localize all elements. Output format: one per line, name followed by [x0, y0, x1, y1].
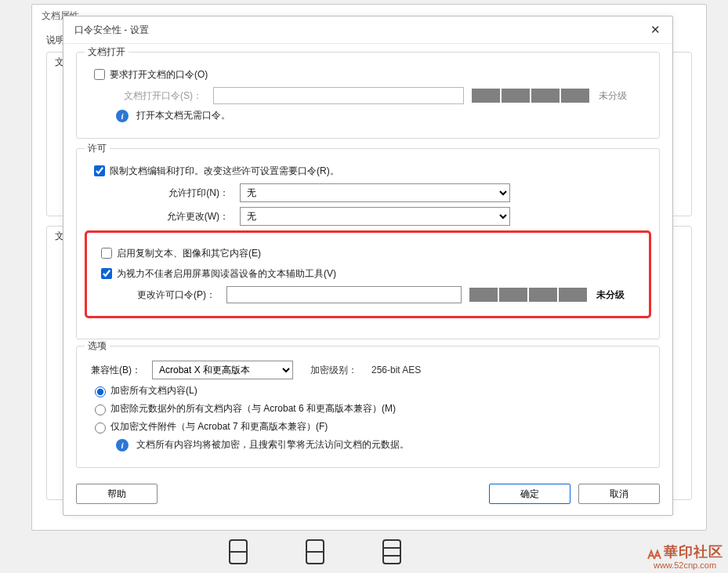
require-open-password-checkbox[interactable] — [94, 69, 105, 80]
watermark-cn: 華印社区 — [664, 545, 723, 560]
restrict-editing-label: 限制文档编辑和打印。改变这些许可设置需要口令(R)。 — [110, 165, 339, 178]
allow-change-label: 允许更改(W)： — [158, 210, 229, 223]
restrict-editing-checkbox[interactable] — [94, 165, 105, 176]
compat-label: 兼容性(B)： — [91, 364, 141, 377]
enable-copy-checkbox[interactable] — [101, 248, 112, 259]
options-info-text: 文档所有内容均将被加密，且搜索引擎将无法访问文档的元数据。 — [136, 438, 409, 452]
close-button[interactable]: ✕ — [644, 21, 666, 38]
glyph-icon — [381, 539, 403, 565]
encrypt-all-label: 加密所有文档内容(L) — [110, 384, 197, 397]
enable-copy-label: 启用复制文本、图像和其它内容(E) — [117, 247, 261, 260]
watermark: 華印社区 www.52cnp.com — [647, 545, 723, 570]
section-open-legend: 文档打开 — [85, 45, 129, 59]
encrypt-attachments-radio[interactable] — [95, 422, 106, 433]
dialog-footer: 帮助 确定 取消 — [63, 479, 672, 515]
highlighted-region: 启用复制文本、图像和其它内容(E) 为视力不佳者启用屏幕阅读器设备的文本辅助工具… — [85, 230, 651, 318]
section-perm-legend: 许可 — [85, 142, 110, 155]
open-password-label: 文档打开口令(S)： — [116, 89, 202, 103]
close-icon: ✕ — [650, 23, 661, 37]
password-security-dialog: 口令安全性 - 设置 ✕ 文档打开 要求打开文档的口令(O) 文档打开口令(S)… — [63, 16, 673, 516]
dialog-title: 口令安全性 - 设置 — [74, 24, 149, 37]
svg-rect-4 — [383, 540, 400, 564]
compatibility-select[interactable]: Acrobat X 和更高版本 — [152, 361, 293, 379]
section-opts-legend: 选项 — [85, 339, 110, 353]
info-icon: i — [116, 439, 129, 452]
allow-change-select[interactable]: 无 — [240, 207, 510, 226]
section-options: 选项 兼容性(B)： Acrobat X 和更高版本 加密级别： 256-bit… — [76, 346, 660, 468]
open-password-strength-text: 未分级 — [599, 89, 627, 103]
glyph-icon — [304, 539, 326, 565]
encryption-level-value: 256-bit AES — [371, 364, 421, 375]
titlebar: 口令安全性 - 设置 ✕ — [63, 16, 672, 44]
allow-print-select[interactable]: 无 — [240, 183, 510, 202]
section-permissions: 许可 限制文档编辑和打印。改变这些许可设置需要口令(R)。 允许打印(N)： 无… — [76, 148, 660, 339]
open-info-text: 打开本文档无需口令。 — [136, 109, 230, 122]
enable-screen-reader-checkbox[interactable] — [101, 268, 112, 279]
encryption-level-label: 加密级别： — [310, 364, 357, 377]
encrypt-all-radio[interactable] — [95, 386, 106, 397]
info-icon: i — [116, 110, 129, 122]
enable-screen-reader-label: 为视力不佳者启用屏幕阅读器设备的文本辅助工具(V) — [117, 267, 336, 281]
encrypt-except-meta-label: 加密除元数据外的所有文档内容（与 Acrobat 6 和更高版本兼容）(M) — [110, 402, 396, 415]
perm-password-strength-text: 未分级 — [596, 288, 625, 302]
encrypt-attachments-label: 仅加密文件附件（与 Acrobat 7 和更高版本兼容）(F) — [110, 420, 328, 433]
section-document-open: 文档打开 要求打开文档的口令(O) 文档打开口令(S)： 未分级 i 打开本文档… — [76, 52, 660, 139]
ok-button[interactable]: 确定 — [489, 484, 570, 504]
watermark-url: www.52cnp.com — [647, 560, 723, 570]
decorative-glyphs — [227, 539, 403, 565]
require-open-password-label: 要求打开文档的口令(O) — [110, 68, 208, 82]
glyph-icon — [227, 539, 249, 565]
watermark-icon — [647, 545, 662, 560]
change-perm-password-label: 更改许可口令(P)： — [123, 288, 216, 302]
cancel-button[interactable]: 取消 — [578, 484, 660, 504]
open-password-input — [213, 87, 464, 104]
perm-password-strength-meter — [469, 288, 587, 302]
open-password-strength-meter — [472, 89, 589, 103]
allow-print-label: 允许打印(N)： — [158, 187, 229, 200]
help-button[interactable]: 帮助 — [76, 484, 158, 504]
encrypt-except-meta-radio[interactable] — [95, 404, 106, 415]
change-perm-password-input[interactable] — [226, 286, 462, 303]
